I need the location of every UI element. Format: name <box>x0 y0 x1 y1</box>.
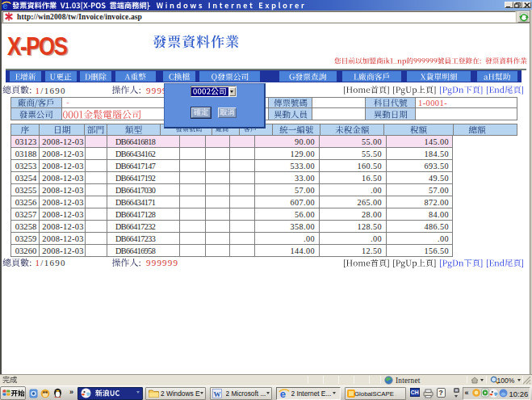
svg-text:W: W <box>214 389 221 398</box>
